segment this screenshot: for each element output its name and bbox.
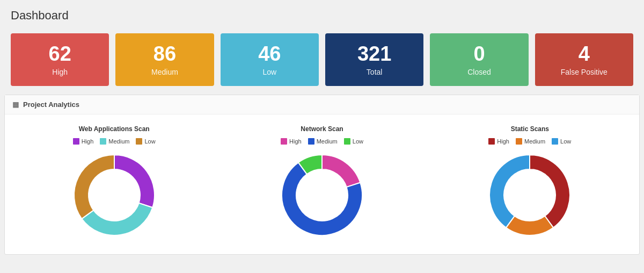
chart-title-static-scans: Static Scans <box>511 125 549 133</box>
stat-label-high: High <box>16 68 104 76</box>
legend-item: Low <box>136 138 155 145</box>
legend-item: High <box>488 138 509 145</box>
charts-row: Web Applications ScanHighMediumLowNetwor… <box>5 114 639 254</box>
stat-number-low: 46 <box>226 43 313 66</box>
donut-static-scans <box>487 152 573 238</box>
stat-label-total: Total <box>331 68 418 76</box>
stat-card-false-positive: 4 False Positive <box>535 33 633 86</box>
stat-label-low: Low <box>226 68 313 76</box>
stat-number-false-positive: 4 <box>540 43 628 66</box>
stat-label-medium: Medium <box>121 68 208 76</box>
stat-card-medium: 86 Medium <box>115 33 214 86</box>
page-title: Dashboard <box>0 0 644 28</box>
chart-title-web-app-scan: Web Applications Scan <box>79 125 150 133</box>
stat-number-high: 62 <box>16 43 104 66</box>
legend-item: High <box>73 138 94 145</box>
chart-icon: ▩ <box>12 100 19 109</box>
stat-number-total: 321 <box>331 43 418 66</box>
stat-number-medium: 86 <box>121 43 208 66</box>
chart-container-network-scan: Network ScanHighMediumLow <box>218 125 426 238</box>
stat-label-false-positive: False Positive <box>540 68 628 76</box>
legend-item: Low <box>344 138 363 145</box>
chart-legend-web-app-scan: HighMediumLow <box>73 138 156 145</box>
donut-network-scan <box>279 152 365 238</box>
donut-web-app-scan <box>71 152 157 238</box>
chart-legend-network-scan: HighMediumLow <box>281 138 363 145</box>
chart-container-web-app-scan: Web Applications ScanHighMediumLow <box>10 125 218 238</box>
stats-row: 62 High 86 Medium 46 Low 321 Total 0 Clo… <box>0 28 644 95</box>
analytics-title: Project Analytics <box>23 100 79 109</box>
stat-card-total: 321 Total <box>325 33 423 86</box>
legend-item: Low <box>552 138 571 145</box>
stat-card-closed: 0 Closed <box>430 33 528 86</box>
chart-container-static-scans: Static ScansHighMediumLow <box>426 125 634 238</box>
chart-title-network-scan: Network Scan <box>301 125 343 133</box>
analytics-section: ▩ Project Analytics Web Applications Sca… <box>4 95 640 255</box>
legend-item: Medium <box>308 138 338 145</box>
analytics-header: ▩ Project Analytics <box>5 95 639 114</box>
stat-label-closed: Closed <box>435 68 523 76</box>
legend-item: Medium <box>100 138 129 145</box>
chart-legend-static-scans: HighMediumLow <box>488 138 571 145</box>
legend-item: High <box>281 138 302 145</box>
stat-card-high: 62 High <box>11 33 109 86</box>
stat-card-low: 46 Low <box>221 33 319 86</box>
legend-item: Medium <box>516 138 545 145</box>
stat-number-closed: 0 <box>435 43 523 66</box>
